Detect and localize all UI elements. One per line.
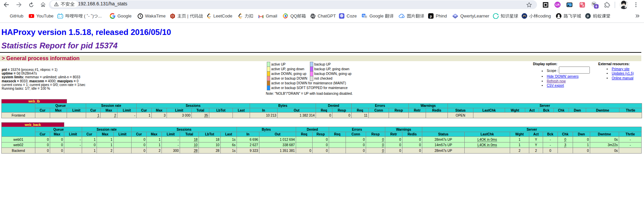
svg-text:6: 6 [596, 4, 597, 8]
svg-text:G: G [363, 14, 365, 17]
svg-text:LR: LR [556, 3, 560, 6]
svg-text:p: p [430, 14, 432, 18]
svg-text:文: 文 [365, 15, 367, 18]
svg-text:A: A [582, 4, 584, 7]
